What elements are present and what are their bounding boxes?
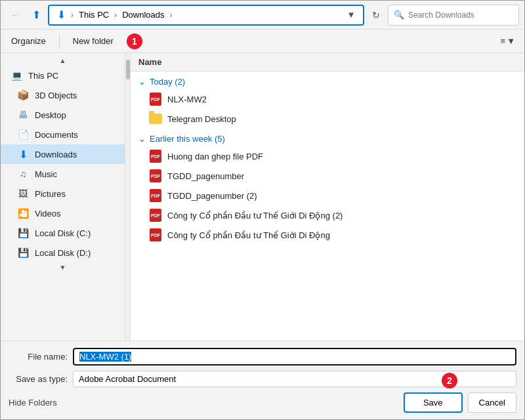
back-button[interactable]: ← <box>6 6 24 24</box>
view-icon: ≡ <box>501 36 506 46</box>
sidebar-scroll-down[interactable]: ▼ <box>1 262 125 272</box>
toolbar-separator <box>59 35 60 48</box>
sidebar-item-thispc[interactable]: 💻 This PC <box>1 66 125 85</box>
file-icon-pdf4: PDF <box>149 209 162 222</box>
view-dropdown-icon: ▼ <box>507 36 515 46</box>
save-dialog: ← ⬆ ⬇ › This PC › Downloads › ▼ ↻ 🔍 Orga… <box>0 0 525 420</box>
view-button[interactable]: ≡ ▼ <box>497 33 519 49</box>
downloads-icon: ⬇ <box>16 148 30 161</box>
pdf-icon-1: PDF <box>150 150 161 163</box>
desktop-icon: 🖶 <box>16 108 30 121</box>
file-item-cty2[interactable]: PDF Công ty Cổ phần Đầu tư Thế Giới Di Đ… <box>131 225 524 245</box>
annotation-badge-1: 1 <box>127 33 142 49</box>
file-name-huong-dan: Huong dan ghep file PDF <box>167 152 263 161</box>
group-earlier-chevron: ⌄ <box>138 134 146 144</box>
sidebar: ▲ 💻 This PC 📦 3D Objects 🖶 Desktop 📄 Doc… <box>1 53 125 341</box>
group-today-chevron: ⌄ <box>138 77 146 87</box>
annotation-badge-2: 2 <box>442 373 457 388</box>
search-input[interactable] <box>408 10 507 20</box>
sidebar-item-pictures[interactable]: 🖼 Pictures <box>1 184 125 203</box>
cancel-button[interactable]: Cancel <box>468 392 516 413</box>
content-area: ▲ 💻 This PC 📦 3D Objects 🖶 Desktop 📄 Doc… <box>1 53 524 341</box>
pdf-icon: PDF <box>150 93 161 106</box>
scroll-up-btn[interactable]: ▲ <box>60 57 66 64</box>
file-icon-nlxmw2: PDF <box>149 93 162 106</box>
search-box: 🔍 <box>388 5 519 26</box>
breadcrumb-downloads[interactable]: Downloads <box>119 9 167 21</box>
breadcrumb-dropdown-btn[interactable]: ▼ <box>345 9 358 22</box>
breadcrumb-download-icon: ⬇ <box>54 7 68 22</box>
file-icon-pdf2: PDF <box>149 169 162 182</box>
sidebar-scroll-up[interactable]: ▲ <box>1 56 125 66</box>
sidebar-label-videos: Videos <box>35 209 61 219</box>
sidebar-label-thispc: This PC <box>28 71 58 81</box>
sidebar-item-3dobjects[interactable]: 📦 3D Objects <box>1 85 125 105</box>
group-today-label: Today (2) <box>150 77 185 87</box>
refresh-button[interactable]: ↻ <box>367 6 385 24</box>
hide-folders-button[interactable]: Hide Folders <box>9 395 57 410</box>
documents-icon: 📄 <box>16 128 30 141</box>
file-item-huong-dan[interactable]: PDF Huong dan ghep file PDF <box>131 146 524 166</box>
sidebar-label-desktop: Desktop <box>35 110 66 120</box>
action-row: Hide Folders 2 Save Cancel <box>9 392 516 413</box>
action-buttons: 2 Save Cancel <box>404 392 516 413</box>
file-name-tgdd2: TGDD_pagenumber (2) <box>167 191 257 201</box>
breadcrumb-sep1: › <box>71 10 74 20</box>
pdf-icon-2: PDF <box>150 169 161 182</box>
bottom-area: File name: Save as type: Hide Folders 2 … <box>1 341 524 419</box>
sidebar-item-localc[interactable]: 💾 Local Disk (C:) <box>1 223 125 243</box>
localc-icon: 💾 <box>16 226 30 240</box>
file-item-telegram[interactable]: Telegram Desktop <box>131 109 524 129</box>
file-icon-pdf3: PDF <box>149 189 162 202</box>
filename-label: File name: <box>9 352 68 362</box>
scroll-down-btn[interactable]: ▼ <box>60 264 66 271</box>
up-button[interactable]: ⬆ <box>27 6 45 24</box>
file-list: Name ⌄ Today (2) PDF NLX-MW2 Telegram De… <box>131 53 524 341</box>
save-button[interactable]: Save <box>404 392 463 413</box>
column-name-label: Name <box>138 57 161 67</box>
file-item-tgdd1[interactable]: PDF TGDD_pagenumber <box>131 166 524 186</box>
file-icon-pdf5: PDF <box>149 228 162 242</box>
breadcrumb-bar[interactable]: ⬇ › This PC › Downloads › ▼ <box>48 5 364 26</box>
sidebar-label-music: Music <box>35 169 57 179</box>
file-item-nlxmw2[interactable]: PDF NLX-MW2 <box>131 89 524 109</box>
sidebar-item-downloads[interactable]: ⬇ Downloads <box>1 144 125 164</box>
sidebar-scrollbar[interactable] <box>125 53 131 341</box>
sidebar-label-documents: Documents <box>35 130 78 140</box>
locald-icon: 💾 <box>16 246 30 259</box>
group-earlier-label: Earlier this week (5) <box>150 134 225 144</box>
file-item-tgdd2[interactable]: PDF TGDD_pagenumber (2) <box>131 186 524 205</box>
search-icon: 🔍 <box>394 10 404 20</box>
sidebar-item-locald[interactable]: 💾 Local Disk (D:) <box>1 243 125 262</box>
thispc-icon: 💻 <box>10 69 23 82</box>
address-toolbar: ← ⬆ ⬇ › This PC › Downloads › ▼ ↻ 🔍 <box>1 1 524 30</box>
file-icon-pdf1: PDF <box>149 150 162 163</box>
sidebar-item-desktop[interactable]: 🖶 Desktop <box>1 105 125 125</box>
3dobjects-icon: 📦 <box>16 89 30 102</box>
column-name-header[interactable]: Name <box>131 53 524 72</box>
sidebar-item-videos[interactable]: 🎦 Videos <box>1 203 125 223</box>
file-name-tgdd1: TGDD_pagenumber <box>167 171 244 181</box>
breadcrumb-thispc[interactable]: This PC <box>76 9 112 21</box>
pdf-icon-4: PDF <box>150 209 161 222</box>
sidebar-item-documents[interactable]: 📄 Documents <box>1 125 125 144</box>
pdf-icon-5: PDF <box>150 228 161 242</box>
sidebar-label-locald: Local Disk (D:) <box>35 248 91 258</box>
file-name-telegram: Telegram Desktop <box>167 114 236 124</box>
sidebar-item-music[interactable]: ♫ Music <box>1 164 125 184</box>
new-folder-button[interactable]: New folder <box>68 33 119 49</box>
breadcrumb-sep2: › <box>114 10 117 20</box>
sidebar-label-pictures: Pictures <box>35 189 66 199</box>
filename-input[interactable] <box>73 348 516 366</box>
sidebar-scrollbar-thumb <box>126 60 130 79</box>
file-item-cty1[interactable]: PDF Công ty Cổ phần Đầu tư Thế Giới Di Đ… <box>131 205 524 225</box>
music-icon: ♫ <box>16 167 30 180</box>
file-name-cty1: Công ty Cổ phần Đầu tư Thế Giới Di Động … <box>167 211 343 220</box>
action-toolbar: Organize New folder 1 ≡ ▼ <box>1 30 524 53</box>
videos-icon: 🎦 <box>16 207 30 220</box>
group-today[interactable]: ⌄ Today (2) <box>131 72 524 89</box>
sidebar-label-downloads: Downloads <box>35 150 77 159</box>
organize-button[interactable]: Organize <box>6 33 51 49</box>
pictures-icon: 🖼 <box>16 187 30 200</box>
group-earlier[interactable]: ⌄ Earlier this week (5) <box>131 129 524 146</box>
